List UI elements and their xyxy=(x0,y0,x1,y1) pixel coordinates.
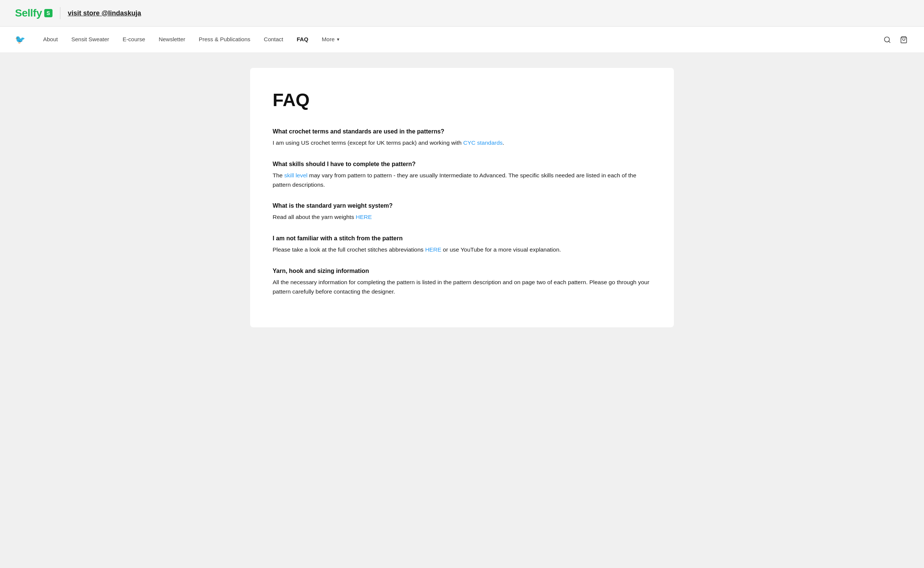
faq-title: FAQ xyxy=(273,87,651,113)
nav-links: About Sensit Sweater E-course Newsletter… xyxy=(36,27,882,53)
sellfy-logo[interactable]: Sellfy S xyxy=(15,5,53,21)
top-bar: Sellfy S visit store @lindaskuja xyxy=(0,0,924,27)
nav-item-faq[interactable]: FAQ xyxy=(290,27,315,53)
cyc-standards-link[interactable]: CYC standards xyxy=(463,139,502,146)
search-icon xyxy=(883,36,891,44)
nav-item-press-publications[interactable]: Press & Publications xyxy=(192,27,257,53)
nav-item-newsletter[interactable]: Newsletter xyxy=(152,27,192,53)
nav-item-sensit-sweater[interactable]: Sensit Sweater xyxy=(65,27,116,53)
faq-question-crochet-terms: What crochet terms and standards are use… xyxy=(273,127,651,136)
faq-item-skills: What skills should I have to complete th… xyxy=(273,160,651,190)
cart-icon xyxy=(900,36,907,44)
faq-answer-crochet-terms: I am using US crochet terms (except for … xyxy=(273,138,651,148)
bird-icon: 🐦 xyxy=(15,33,25,46)
faq-item-stitch-unfamiliar: I am not familiar with a stitch from the… xyxy=(273,234,651,255)
faq-question-yarn-weight: What is the standard yarn weight system? xyxy=(273,201,651,210)
faq-item-yarn-weight: What is the standard yarn weight system?… xyxy=(273,201,651,222)
top-bar-divider xyxy=(60,7,60,19)
faq-question-stitch-unfamiliar: I am not familiar with a stitch from the… xyxy=(273,234,651,243)
faq-question-yarn-hook-sizing: Yarn, hook and sizing information xyxy=(273,267,651,276)
faq-item-yarn-hook-sizing: Yarn, hook and sizing information All th… xyxy=(273,267,651,296)
nav-item-more[interactable]: More ▼ xyxy=(315,27,347,53)
chevron-down-icon: ▼ xyxy=(336,36,340,43)
faq-item-crochet-terms: What crochet terms and standards are use… xyxy=(273,127,651,148)
cart-button[interactable] xyxy=(898,35,909,45)
faq-answer-yarn-hook-sizing: All the necessary information for comple… xyxy=(273,278,651,296)
nav-bar: 🐦 About Sensit Sweater E-course Newslett… xyxy=(0,27,924,53)
svg-line-1 xyxy=(889,41,890,42)
nav-item-e-course[interactable]: E-course xyxy=(116,27,152,53)
sellfy-wordmark: Sellfy xyxy=(15,5,42,21)
skill-level-link[interactable]: skill level xyxy=(284,172,307,178)
search-button[interactable] xyxy=(882,35,892,45)
page-content: FAQ What crochet terms and standards are… xyxy=(0,53,924,568)
stitches-here-link[interactable]: HERE xyxy=(425,246,442,253)
faq-answer-stitch-unfamiliar: Please take a look at the full crochet s… xyxy=(273,245,651,255)
faq-question-skills: What skills should I have to complete th… xyxy=(273,160,651,169)
nav-icons xyxy=(882,35,909,45)
nav-item-contact[interactable]: Contact xyxy=(257,27,290,53)
store-link[interactable]: visit store @lindaskuja xyxy=(68,8,141,18)
nav-item-about[interactable]: About xyxy=(36,27,65,53)
faq-answer-yarn-weight: Read all about the yarn weights HERE xyxy=(273,213,651,222)
faq-card: FAQ What crochet terms and standards are… xyxy=(250,68,674,327)
faq-answer-skills: The skill level may vary from pattern to… xyxy=(273,171,651,190)
sellfy-badge: S xyxy=(44,9,53,17)
more-label: More xyxy=(322,35,334,44)
yarn-weight-here-link[interactable]: HERE xyxy=(355,214,372,220)
